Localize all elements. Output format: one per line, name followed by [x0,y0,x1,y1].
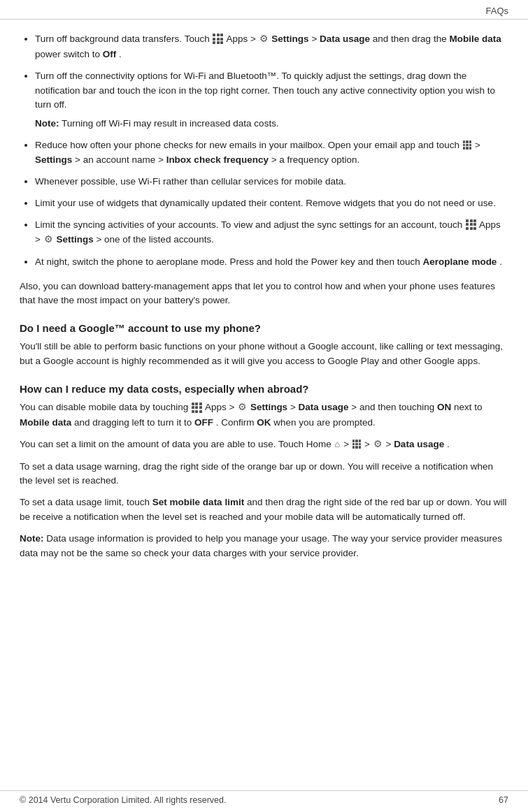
section1-heading: Do I need a Google™ account to use my ph… [20,321,508,335]
page-footer: © 2014 Vertu Corporation Limited. All ri… [0,790,528,805]
section-google-account: Do I need a Google™ account to use my ph… [20,321,508,369]
section2-para2: You can set a limit on the amount of dat… [20,437,508,453]
home-icon: ⌂ [335,437,341,451]
grid-icon [466,219,476,230]
list-item: Limit your use of widgets that dynamical… [35,196,508,211]
bullet-list: Turn off background data transfers. Touc… [20,32,508,270]
settings-icon: ⚙ [259,31,269,47]
settings-icon: ⚙ [238,400,247,415]
grid-icon [213,34,223,44]
list-item: Turn off the connectivity options for Wi… [35,69,508,132]
section-data-costs: How can I reduce my data costs, especial… [20,382,508,561]
section1-body: You'll still be able to perform basic fu… [20,340,508,369]
page-number: 67 [499,795,508,805]
also-paragraph: Also, you can download battery-managemen… [20,280,508,309]
settings-icon: ⚙ [373,437,383,452]
note-text: Note: Turning off Wi-Fi may result in in… [35,117,508,131]
section2-para3: To set a data usage warning, drag the ri… [20,460,508,489]
grid-icon [463,140,472,150]
grid-icon [352,440,362,449]
section2-note: Note: Data usage information is provided… [20,532,508,561]
list-item: Reduce how often your phone checks for n… [35,138,508,168]
list-item: At night, switch the phone to aeroplane … [35,255,508,270]
section2-para1: You can disable mobile data by touching … [20,400,508,430]
page-header: FAQs [0,0,528,20]
list-item: Limit the syncing activities of your acc… [35,218,508,248]
settings-icon: ⚙ [44,232,53,247]
section2-heading: How can I reduce my data costs, especial… [20,382,508,396]
section2-para4: To set a data usage limit, touch Set mob… [20,495,508,525]
list-item: Turn off background data transfers. Touc… [35,32,508,62]
main-content: Turn off background data transfers. Touc… [0,20,528,610]
grid-icon [192,403,202,413]
list-item: Whenever possible, use Wi-Fi rather than… [35,175,508,189]
header-title: FAQs [485,6,508,16]
copyright-text: © 2014 Vertu Corporation Limited. All ri… [20,795,226,805]
